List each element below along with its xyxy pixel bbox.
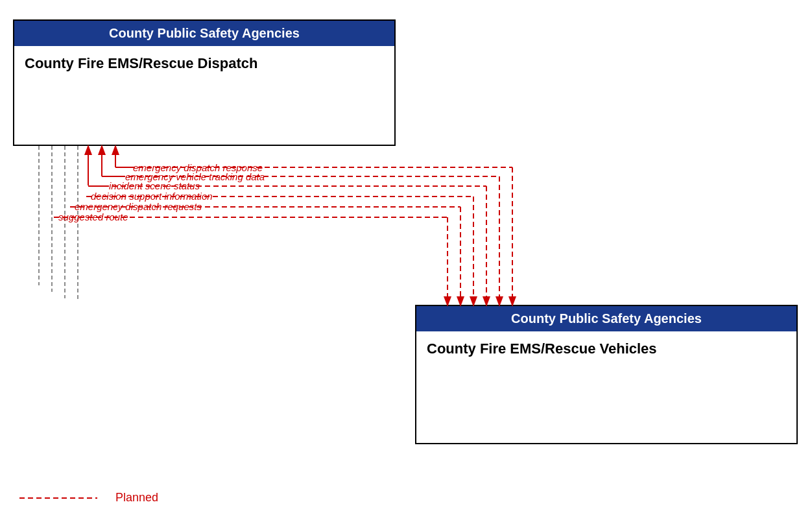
flow-label-3: incident scene status: [109, 180, 200, 191]
right-box: County Public Safety Agencies County Fir…: [415, 305, 798, 444]
left-box: County Public Safety Agencies County Fir…: [13, 19, 396, 146]
flow-label-4: decision support information: [91, 191, 213, 202]
legend-line-svg: [19, 492, 97, 505]
legend: Planned: [19, 491, 158, 505]
right-box-subtitle: County Fire EMS/Rescue Vehicles: [416, 331, 796, 366]
flow-label-6: suggested route: [58, 211, 128, 222]
left-box-header: County Public Safety Agencies: [14, 21, 394, 46]
flow-label-5: emergency dispatch requests: [75, 201, 202, 212]
right-box-header: County Public Safety Agencies: [416, 306, 796, 331]
diagram-container: County Public Safety Agencies County Fir…: [0, 0, 812, 524]
left-box-subtitle: County Fire EMS/Rescue Dispatch: [14, 46, 394, 81]
legend-label: Planned: [115, 491, 158, 505]
